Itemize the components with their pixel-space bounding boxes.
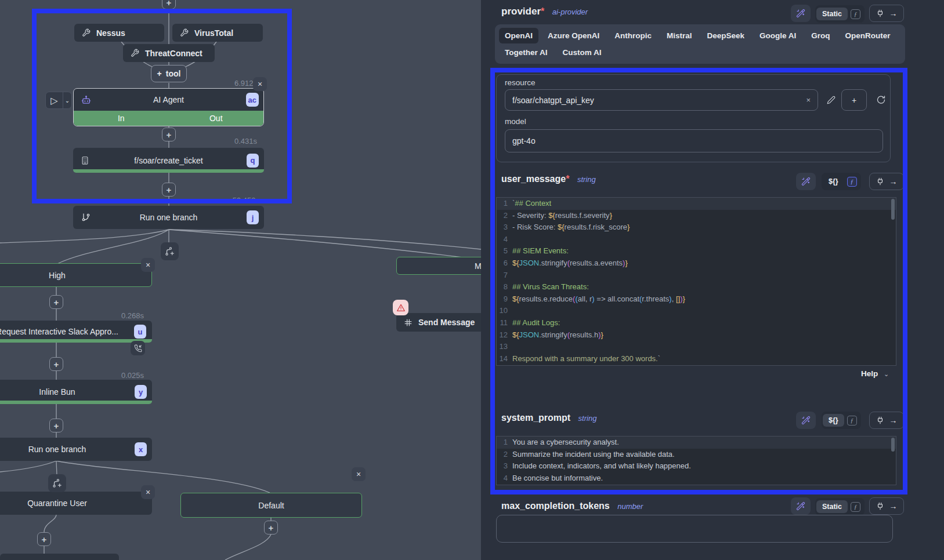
step-id-badge[interactable]: u xyxy=(134,325,146,339)
node-virustotal[interactable]: VirusTotal xyxy=(172,24,263,42)
ai-fill-button[interactable] xyxy=(791,497,811,515)
provider-tab-mistral[interactable]: Mistral xyxy=(661,28,698,43)
function-mode-icon[interactable]: ƒ xyxy=(847,416,857,426)
provider-tab-anthropic[interactable]: Anthropic xyxy=(609,28,657,43)
code-line[interactable]: 1You are a cybersecurity analyst. xyxy=(497,437,896,449)
add-step-button[interactable]: + xyxy=(162,0,176,9)
input-mode-toggle[interactable]: ${} ƒ xyxy=(822,412,861,429)
suspend-approval-chip[interactable] xyxy=(131,341,145,355)
connect-input-group[interactable]: → xyxy=(869,412,904,429)
ai-fill-button[interactable] xyxy=(791,5,811,22)
editor-scrollbar[interactable] xyxy=(891,199,895,220)
add-branch-button[interactable] xyxy=(48,474,66,492)
refresh-resource-button[interactable] xyxy=(873,92,889,108)
node-run-one-branch-1[interactable]: Run one branch j xyxy=(73,206,264,229)
step-id-badge[interactable]: j xyxy=(247,210,259,224)
static-mode-segment[interactable]: Static xyxy=(816,8,848,20)
code-line[interactable]: 2Summarize the incident using the availa… xyxy=(497,449,896,461)
remove-branch-button[interactable]: × xyxy=(352,467,366,481)
function-mode-icon[interactable]: ƒ xyxy=(851,502,860,512)
connect-input-group[interactable]: → xyxy=(869,173,904,190)
step-id-badge[interactable]: x xyxy=(135,442,147,456)
provider-tab-groq[interactable]: Groq xyxy=(805,28,836,43)
resource-input[interactable]: f/soar/chatgpt_api_key × xyxy=(505,89,818,111)
add-resource-button[interactable]: + xyxy=(841,89,867,111)
system-prompt-code-editor[interactable]: 1You are a cybersecurity analyst.2Summar… xyxy=(496,436,896,485)
node-quarantine-user[interactable]: Quarantine User xyxy=(0,492,152,515)
remove-node-button[interactable]: × xyxy=(253,77,267,91)
code-line[interactable]: 3- Risk Score: ${results.f.risk_score} xyxy=(497,221,896,234)
provider-tab-together-ai[interactable]: Together AI xyxy=(499,45,554,60)
node-bottom-partial[interactable] xyxy=(0,554,119,560)
code-line[interactable]: 10 xyxy=(497,305,896,317)
clear-resource-icon[interactable]: × xyxy=(806,96,811,104)
code-line[interactable]: 4 xyxy=(497,234,896,246)
remove-branch-button[interactable]: × xyxy=(141,258,155,272)
user-message-code-editor[interactable]: 1`## Context2- Severity: ${results.f.sev… xyxy=(496,197,896,366)
remove-branch-button[interactable]: × xyxy=(141,485,155,499)
code-line[interactable]: 9${results.e.reduce((all, r) => all.conc… xyxy=(497,293,896,306)
code-line[interactable]: 2- Severity: ${results.f.severity} xyxy=(497,210,896,222)
code-line[interactable]: 14Respond with a summary under 300 words… xyxy=(497,353,896,365)
node-ai-agent[interactable]: AI Agent ac In Out xyxy=(73,88,264,126)
add-step-button[interactable]: + xyxy=(49,357,63,371)
code-line[interactable]: 8## Virus Scan Threats: xyxy=(497,281,896,293)
input-mode-toggle[interactable]: Static ƒ xyxy=(815,498,865,515)
code-line[interactable]: 6${JSON.stringify(results.a.events)} xyxy=(497,257,896,270)
code-line[interactable]: 5## SIEM Events: xyxy=(497,245,896,257)
provider-tab-azure-openai[interactable]: Azure OpenAI xyxy=(542,28,605,43)
add-step-button[interactable]: + xyxy=(264,521,278,534)
node-branch-high[interactable]: High xyxy=(0,263,152,287)
agent-output-handle[interactable]: Out xyxy=(169,111,264,126)
template-mode-segment[interactable]: ${} xyxy=(823,414,844,427)
code-line[interactable]: 12${JSON.stringify(results.h)} xyxy=(497,329,896,341)
agent-input-handle[interactable]: In xyxy=(74,111,169,126)
code-line[interactable]: 4Be concise but informative. xyxy=(497,472,896,485)
node-slack-approval[interactable]: Request Interactive Slack Appro... u xyxy=(0,321,152,343)
ai-fill-button[interactable] xyxy=(796,412,816,429)
static-mode-segment[interactable]: Static xyxy=(816,500,848,513)
input-mode-toggle[interactable]: ${} ƒ xyxy=(822,173,861,190)
node-send-message[interactable]: Send Message xyxy=(396,313,481,332)
code-line[interactable]: 1`## Context xyxy=(497,198,896,210)
connect-input-group[interactable]: → xyxy=(869,5,904,22)
provider-tab-custom-ai[interactable]: Custom AI xyxy=(557,45,607,60)
code-line[interactable]: 3Include context, indicators, and what l… xyxy=(497,460,896,472)
help-toggle[interactable]: Help ⌄ xyxy=(861,369,889,378)
node-inline-bun[interactable]: Inline Bun y xyxy=(0,380,152,404)
connect-input-group[interactable]: → xyxy=(869,497,904,515)
provider-tab-openai[interactable]: OpenAI xyxy=(499,28,538,43)
add-step-button[interactable]: + xyxy=(49,419,63,432)
code-line[interactable]: 11## Audit Logs: xyxy=(497,317,896,329)
node-branch-medium[interactable]: Medium xyxy=(396,257,481,275)
node-threatconnect[interactable]: ThreatConnect xyxy=(123,44,215,62)
node-create-ticket[interactable]: f/soar/create_ticket q xyxy=(73,148,264,173)
ai-fill-button[interactable] xyxy=(796,173,816,190)
add-step-button[interactable]: + xyxy=(162,183,176,197)
node-nessus[interactable]: Nessus xyxy=(74,24,164,42)
function-mode-icon[interactable]: ƒ xyxy=(851,9,860,19)
input-mode-toggle[interactable]: Static ƒ xyxy=(815,5,865,23)
code-line[interactable]: 13 xyxy=(497,341,896,353)
play-button[interactable]: ▷ xyxy=(46,92,63,108)
function-mode-icon[interactable]: ƒ xyxy=(847,177,857,187)
edit-resource-button[interactable] xyxy=(823,92,838,107)
step-id-badge[interactable]: q xyxy=(247,154,259,168)
add-step-button[interactable]: + xyxy=(162,128,176,141)
add-branch-button[interactable] xyxy=(161,242,179,260)
node-run-one-branch-2[interactable]: Run one branch x xyxy=(0,438,152,461)
warning-chip[interactable] xyxy=(393,300,408,315)
add-step-button[interactable]: + xyxy=(37,532,51,546)
step-id-badge[interactable]: ac xyxy=(246,93,259,107)
step-id-badge[interactable]: y xyxy=(135,385,147,399)
add-step-button[interactable]: + xyxy=(49,295,63,309)
code-line[interactable]: 7 xyxy=(497,270,896,282)
add-tool-button[interactable]: + tool xyxy=(151,65,187,82)
provider-tab-google-ai[interactable]: Google AI xyxy=(754,28,802,43)
model-input[interactable]: gpt-4o xyxy=(505,129,883,152)
run-options-chevron[interactable]: ⌄ xyxy=(63,92,71,108)
template-mode-segment[interactable]: ${} xyxy=(823,175,844,188)
flow-canvas[interactable]: + Nessus VirusTotal ThreatConnect + tool… xyxy=(0,0,481,560)
editor-scrollbar[interactable] xyxy=(891,438,895,452)
node-branch-default[interactable]: Default xyxy=(180,493,362,518)
